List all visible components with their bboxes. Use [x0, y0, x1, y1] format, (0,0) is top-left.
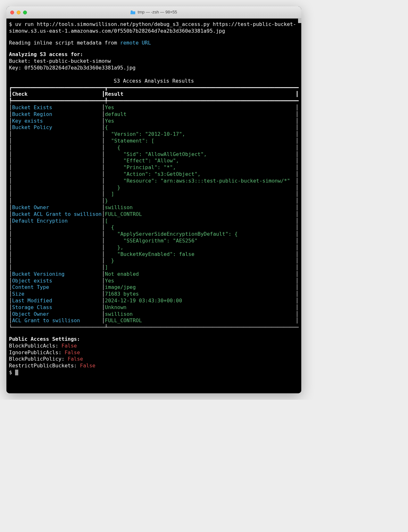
result-cell: "SSEAlgorithm": "AES256" [105, 238, 296, 244]
table-row: │ ACL Grant to swillison│ FULL_CONTROL │ [9, 317, 299, 324]
table-row: │ │ } │ [9, 198, 299, 204]
table-row: │ │ "Resource": "arn:aws:s3:::test-publi… [9, 178, 299, 184]
titlebar[interactable]: tmp — -zsh — 98×55 [6, 6, 301, 19]
result-cell: Yes [105, 104, 296, 111]
public-access-item: IgnorePublicAcls: False [9, 349, 299, 356]
result-cell: Not enabled [105, 271, 296, 278]
check-cell [12, 231, 102, 238]
check-cell [12, 198, 102, 204]
check-cell: Bucket Region [12, 111, 102, 118]
result-cell: "Effect": "Allow", [105, 158, 296, 164]
setting-label: IgnorePublicAcls: [9, 349, 64, 356]
check-cell: Object Owner [12, 311, 102, 318]
setting-value: False [68, 356, 83, 362]
table-header-row: ┃ Check┃ Result┃ [9, 91, 299, 98]
check-cell [12, 244, 102, 251]
check-cell: Bucket Exists [12, 104, 102, 111]
table-row: │ Bucket Owner│ swillison │ [9, 204, 299, 211]
table-header-sep: ┡━━━━━━━━━━━━━━━━━━━━━━━━━━━━━━╇━━━━━━━━… [9, 98, 299, 104]
zoom-button[interactable] [23, 11, 27, 14]
table-row: │ │ "Action": "s3:GetObject", │ [9, 171, 299, 178]
table-top-border: ┏━━━━━━━━━━━━━━━━━━━━━━━━━━━━━━┳━━━━━━━━… [9, 85, 299, 91]
result-cell: [ [105, 218, 296, 225]
result-cell: { [105, 224, 296, 231]
check-cell [12, 238, 102, 244]
setting-value: False [80, 363, 96, 369]
result-cell: image/jpeg [105, 284, 296, 291]
result-cell: FULL_CONTROL [105, 211, 296, 218]
result-cell: }, [105, 244, 296, 251]
check-cell: Content Type [12, 284, 102, 291]
result-cell: } [105, 258, 296, 264]
cursor [15, 370, 18, 375]
result-cell: default [105, 111, 296, 118]
result-cell: "Action": "s3:GetObject", [105, 171, 296, 178]
result-cell: "Sid": "AllowAllGetObject", [105, 151, 296, 158]
result-cell: { [105, 144, 296, 151]
check-cell: Storage Class [12, 304, 102, 311]
prompt: $ [9, 21, 15, 27]
table-row: │ Object exists│ Yes │ [9, 278, 299, 284]
prompt: $ [9, 369, 15, 375]
setting-label: RestrictPublicBuckets: [9, 363, 80, 369]
public-access-header: Public Access Settings: [9, 336, 299, 343]
table-row: │ │ } │ [9, 184, 299, 191]
result-cell: "BucketKeyEnabled": false [105, 251, 296, 258]
check-cell [12, 258, 102, 264]
result-cell: ] [105, 264, 296, 271]
table-row: │ Bucket ACL Grant to swillison│ FULL_CO… [9, 211, 299, 218]
result-cell: swillison [105, 311, 296, 318]
table-row: │ Bucket Region│ default │ [9, 111, 299, 118]
check-cell [12, 251, 102, 258]
terminal-content[interactable]: $ uv run http://tools.simonwillison.net/… [6, 19, 301, 393]
public-access-item: RestrictPublicBuckets: False [9, 363, 299, 369]
result-cell: Yes [105, 118, 296, 125]
table-row: │ Object Owner│ swillison │ [9, 311, 299, 318]
table-row: │ │ "BucketKeyEnabled": false │ [9, 251, 299, 258]
results-table: S3 Access Analysis Results ┏━━━━━━━━━━━━… [9, 78, 299, 331]
table-bottom-border: └──────────────────────────────┴────────… [9, 324, 299, 331]
setting-value: False [62, 343, 77, 349]
table-row: │ │ }, │ [9, 244, 299, 251]
result-cell: "Statement": [ [105, 138, 296, 144]
scrollbar-thumb[interactable] [298, 19, 301, 23]
check-cell [12, 164, 102, 171]
check-cell: Key exists [12, 118, 102, 125]
col2-header: Result [105, 91, 296, 98]
result-cell: "Resource": "arn:aws:s3:::test-public-bu… [105, 178, 296, 184]
table-row: │ Last Modified│ 2024-12-19 03:43:30+00:… [9, 298, 299, 304]
setting-value: False [64, 349, 80, 356]
key-value: 0f550b7b28264d7ea2b3d360e3381a95.jpg [24, 65, 136, 71]
result-cell: { [105, 124, 296, 131]
table-row: │ Bucket Policy│ { │ [9, 124, 299, 131]
table-row: │ │ "ApplyServerSideEncryptionByDefault"… [9, 231, 299, 238]
table-row: │ │ ] │ [9, 191, 299, 198]
check-cell: Bucket Policy [12, 124, 102, 131]
result-cell: 71683 bytes [105, 291, 296, 298]
bucket-value: test-public-bucket-simonw [34, 58, 111, 64]
reading-prefix: Reading inline script metadata from [9, 40, 120, 46]
check-cell [12, 158, 102, 164]
window-title: tmp — -zsh — 98×55 [6, 10, 301, 15]
check-cell [12, 191, 102, 198]
command-line: $ uv run http://tools.simonwillison.net/… [9, 21, 299, 35]
setting-label: BlockPublicAcls: [9, 343, 62, 349]
check-cell: Default Encryption [12, 218, 102, 225]
result-cell: swillison [105, 204, 296, 211]
check-cell: Bucket Versioning [12, 271, 102, 278]
public-access-item: BlockPublicPolicy: False [9, 356, 299, 363]
final-prompt-line: $ [9, 369, 299, 376]
remote-url-link: remote URL [120, 40, 151, 46]
close-button[interactable] [10, 11, 14, 14]
table-row: │ Storage Class│ Unknown │ [9, 304, 299, 311]
setting-label: BlockPublicPolicy: [9, 356, 68, 362]
reading-line: Reading inline script metadata from remo… [9, 40, 299, 46]
key-label: Key: [9, 65, 24, 71]
result-cell: "Principal": "*", [105, 164, 296, 171]
minimize-button[interactable] [17, 11, 21, 14]
check-cell: Object exists [12, 278, 102, 284]
check-cell: Last Modified [12, 298, 102, 304]
result-cell: FULL_CONTROL [105, 317, 296, 324]
result-cell: "Version": "2012-10-17", [105, 131, 296, 138]
table-row: │ Key exists│ Yes │ [9, 118, 299, 125]
